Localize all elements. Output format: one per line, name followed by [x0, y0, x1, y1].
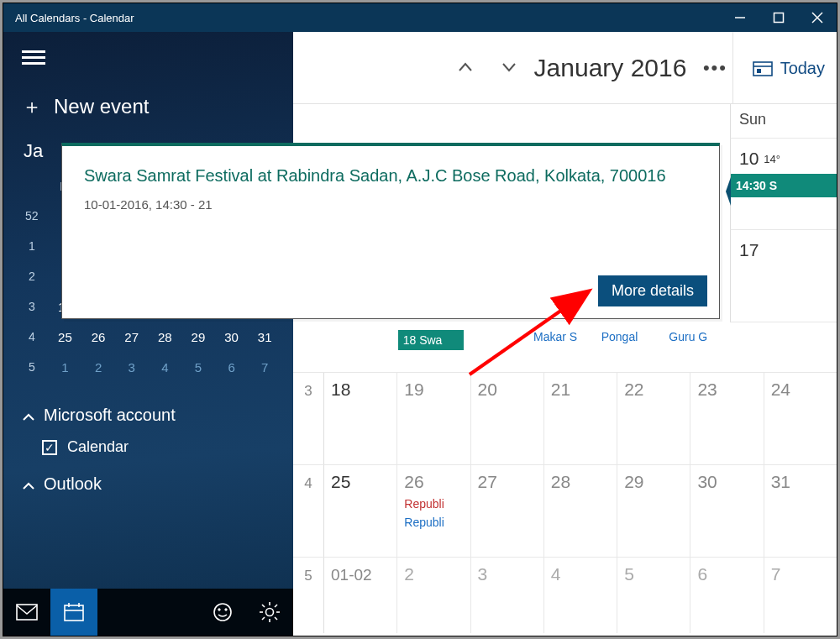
- day-cell-sun-17[interactable]: 17: [730, 230, 837, 322]
- svg-line-19: [275, 605, 277, 607]
- account-label: Microsoft account: [44, 406, 176, 425]
- more-details-button[interactable]: More details: [598, 275, 707, 306]
- new-event-button[interactable]: ＋ New event: [3, 76, 293, 132]
- today-label: Today: [780, 59, 825, 78]
- chevron-up-icon: [22, 476, 35, 495]
- svg-line-20: [262, 617, 265, 620]
- more-options-button[interactable]: •••: [703, 57, 727, 79]
- hamburger-button[interactable]: [3, 32, 293, 76]
- day-cell[interactable]: 7: [764, 558, 837, 633]
- week-number: 4: [293, 465, 323, 557]
- month-header: January 2016 ••• Today: [293, 32, 837, 104]
- day-cell[interactable]: 18: [323, 373, 396, 464]
- calendar-check-label: Calendar: [67, 438, 129, 456]
- svg-line-18: [275, 617, 277, 620]
- day-cell[interactable]: 28: [543, 465, 617, 557]
- svg-rect-23: [757, 69, 761, 73]
- day-cell[interactable]: 30: [690, 465, 763, 557]
- day-cell[interactable]: 26 Republi Republi: [396, 465, 470, 557]
- svg-rect-5: [65, 605, 83, 621]
- month-label: January 2016: [534, 54, 687, 82]
- day-cell-sun-10[interactable]: 1014° 14:30 S: [730, 138, 837, 230]
- day-header-sun: Sun: [730, 104, 837, 138]
- event-popup: Swara Samrat Festival at Rabindra Sadan,…: [61, 143, 720, 319]
- svg-rect-21: [753, 62, 772, 76]
- weather-temp: 14°: [764, 153, 780, 165]
- outlook-section-toggle[interactable]: Outlook: [3, 463, 293, 500]
- week-number: 3: [293, 373, 323, 464]
- holiday-label: Pongal: [601, 330, 663, 343]
- week-row: 5 01-02 2 3 4 5 6 7: [293, 558, 837, 633]
- bottom-toolbar: [3, 589, 293, 636]
- week-number: 5: [293, 558, 323, 633]
- app-body: ＋ New event Ja M 522 1 21 3 181920212223…: [3, 32, 837, 636]
- checkbox-checked-icon[interactable]: ✓: [42, 440, 57, 455]
- window-buttons: [721, 3, 837, 32]
- day-number: 10: [739, 149, 759, 169]
- sunday-column: 1014° 14:30 S 17: [730, 138, 837, 322]
- day-cell[interactable]: 27: [470, 465, 543, 557]
- app-window: All Calendars - Calendar ＋ New event Ja: [3, 3, 837, 636]
- svg-rect-4: [17, 605, 37, 620]
- day-cell[interactable]: 25: [323, 465, 396, 557]
- day-cell[interactable]: 3: [470, 558, 543, 633]
- week-row: 3 18 19 20 21 22 23 24: [293, 373, 837, 465]
- day-cell[interactable]: 31: [764, 465, 837, 557]
- day-cell[interactable]: 23: [690, 373, 763, 464]
- day-cell[interactable]: 6: [690, 558, 763, 633]
- titlebar: All Calendars - Calendar: [3, 3, 837, 32]
- chevron-up-icon: [22, 407, 35, 427]
- minimize-button[interactable]: [721, 3, 759, 32]
- mail-button[interactable]: [3, 589, 50, 636]
- today-button[interactable]: Today: [732, 32, 825, 104]
- calendar-button[interactable]: [50, 589, 97, 636]
- event-datetime: 10-01-2016, 14:30 - 21: [84, 197, 697, 212]
- holiday-label: Guru G: [669, 330, 730, 343]
- svg-point-9: [214, 604, 231, 621]
- outlook-label: Outlook: [44, 474, 102, 494]
- holiday-label: Republi: [404, 516, 470, 529]
- next-month-button[interactable]: [487, 57, 531, 79]
- day-cell[interactable]: 24: [764, 373, 837, 464]
- day-cell[interactable]: 01-02: [323, 558, 396, 633]
- plus-icon: ＋: [22, 93, 42, 120]
- feedback-button[interactable]: [199, 589, 246, 636]
- sidebar: ＋ New event Ja M 522 1 21 3 181920212223…: [3, 32, 293, 636]
- week-row: 4 25 26 Republi Republi 27 28 29 30 31: [293, 465, 837, 558]
- new-event-label: New event: [54, 95, 149, 118]
- svg-rect-1: [774, 13, 784, 23]
- settings-button[interactable]: [246, 589, 293, 636]
- svg-point-11: [225, 609, 227, 610]
- close-button[interactable]: [798, 3, 837, 32]
- day-cell[interactable]: 19: [396, 373, 470, 464]
- day-number: 17: [739, 240, 759, 260]
- event-chip[interactable]: 14:30 S: [731, 174, 837, 197]
- day-cell[interactable]: 4: [543, 558, 617, 633]
- window-title: All Calendars - Calendar: [3, 12, 721, 24]
- maximize-button[interactable]: [759, 3, 798, 32]
- prev-month-button[interactable]: [444, 57, 487, 79]
- svg-point-12: [266, 609, 274, 616]
- day-cell[interactable]: 20: [470, 373, 543, 464]
- svg-point-10: [218, 609, 220, 610]
- main-panel: January 2016 ••• Today Sun 1014° 14:30 S: [293, 32, 837, 636]
- calendar-checkbox-row[interactable]: ✓ Calendar: [3, 432, 293, 463]
- day-cell[interactable]: 29: [617, 465, 690, 557]
- calendar-today-icon: [752, 59, 774, 77]
- account-section-toggle[interactable]: Microsoft account: [3, 394, 293, 432]
- event-title: Swara Samrat Festival at Rabindra Sadan,…: [84, 166, 697, 186]
- svg-line-17: [262, 605, 265, 607]
- day-cell[interactable]: 22: [617, 373, 690, 464]
- event-chip[interactable]: 18 Swa: [398, 330, 464, 350]
- holiday-label: Makar S: [533, 330, 595, 343]
- day-cell[interactable]: 21: [543, 373, 617, 464]
- day-cell[interactable]: 2: [396, 558, 470, 633]
- holiday-label: Republi: [404, 497, 470, 511]
- day-cell[interactable]: 5: [617, 558, 690, 633]
